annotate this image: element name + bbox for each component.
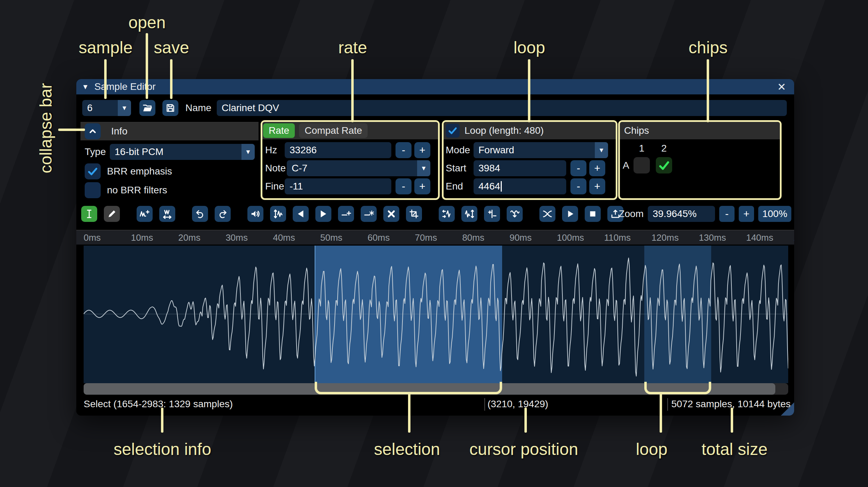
chevron-down-icon[interactable]: ▼ [595,142,608,158]
zoom-out-button[interactable]: - [719,206,735,222]
open-sample-button[interactable] [139,100,155,116]
invert-button[interactable] [461,206,477,222]
resample-button[interactable] [159,206,175,222]
stop-button[interactable] [585,206,601,222]
annotation-line [408,394,410,433]
ruler-tick: 10ms [131,230,153,245]
loop-end-minus-button[interactable]: - [570,178,586,194]
ruler-tick: 120ms [652,230,679,245]
hz-label: Hz [265,142,277,158]
ruler-tick: 100ms [557,230,584,245]
loop-enable-checkbox[interactable] [446,124,460,138]
statusbar: Select (1654-2983: 1329 samples) (3210, … [76,395,794,416]
ruler-tick: 70ms [415,230,437,245]
loop-end-plus-button[interactable]: + [589,178,605,194]
loop-mode-select[interactable]: Forward ▼ [474,142,608,158]
loop-start-input[interactable]: 3984 [474,160,566,176]
hz-minus-button[interactable]: - [395,142,412,158]
amplify-button[interactable] [247,206,263,222]
reverse-button[interactable] [439,206,455,222]
resize-button[interactable] [137,206,153,222]
rate-tab[interactable]: Rate [263,123,295,138]
fade-out-button[interactable] [315,206,331,222]
fade-in-button[interactable] [293,206,309,222]
annotation-save-label: save [154,38,189,57]
crossfade-button[interactable] [539,206,555,222]
window-resize-handle[interactable] [781,402,794,416]
chevron-down-icon[interactable]: ▼ [241,144,255,160]
annotation-line [707,59,709,122]
save-sample-button[interactable] [162,100,178,116]
apply-silence-button[interactable] [361,206,377,222]
sample-toolbar [81,206,623,222]
info-panel: Info Type 16-bit PCM ▼ BRR emphasis no B… [80,122,259,198]
redo-button[interactable] [215,206,231,222]
zoom-reset-button[interactable]: 100% [758,206,791,222]
time-ruler: 0ms10ms20ms30ms40ms50ms60ms70ms80ms90ms1… [76,230,794,245]
wave-stretch-icon [162,209,172,219]
annotation-line [731,408,733,433]
insert-silence-button[interactable] [338,206,354,222]
chevron-down-icon[interactable]: ▼ [417,160,430,176]
annotation-chips-label: chips [689,38,728,57]
loop-start-plus-button[interactable]: + [589,160,605,176]
undo-button[interactable] [192,206,208,222]
select-tool-button[interactable] [81,206,97,222]
fine-plus-button[interactable]: + [414,178,430,194]
fine-minus-button[interactable]: - [395,178,412,194]
chevron-down-icon[interactable]: ▼ [118,100,131,116]
waveform-display[interactable] [84,246,788,383]
fine-input[interactable]: -11 [285,178,391,194]
window-collapse-icon[interactable]: ▼ [82,83,89,91]
plus-minus-icon [487,209,497,219]
close-icon[interactable]: ✕ [774,79,789,94]
compat-rate-tab[interactable]: Compat Rate [299,123,368,138]
ruler-tick: 30ms [225,230,248,245]
ruler-tick: 60ms [368,230,390,245]
annotation-loop-label: loop [514,38,545,57]
collapse-bar-button[interactable] [85,123,101,139]
rate-panel-header: Rate Compat Rate [262,122,438,139]
titlebar[interactable]: ▼ Sample Editor [76,79,794,94]
annotation-line [524,408,527,433]
loop-start-minus-button[interactable]: - [570,160,586,176]
annotation-line [351,59,354,122]
sample-editor-window: ▼ Sample Editor ✕ 6 ▼ Name Clar [76,79,794,416]
ruler-tick: 20ms [178,230,201,245]
name-label: Name [185,100,212,116]
chip-2-checkbox[interactable] [656,157,672,173]
ruler-tick: 150ms [793,230,794,245]
zoom-input[interactable]: 39.9645% [648,206,715,222]
folder-open-icon [142,103,153,113]
chip-row-label: A [623,157,629,173]
hz-plus-button[interactable]: + [414,142,430,158]
filter-button[interactable] [507,206,523,222]
name-input[interactable]: Clarinet DQV [217,100,787,116]
trim-button[interactable] [406,206,422,222]
status-divider [484,398,485,411]
triangle-right-icon [318,209,329,219]
chip-column-1: 1 [633,143,650,154]
annotation-line [170,59,172,99]
chips-panel: Chips 1 2 A [618,120,782,200]
hz-input[interactable]: 33286 [285,142,391,158]
mode-label: Mode [446,142,470,158]
ibeam-icon [84,209,94,219]
delete-button[interactable] [383,206,399,222]
zoom-in-button[interactable]: + [739,206,754,222]
chip-1-checkbox[interactable] [633,157,650,173]
note-label: Note [265,160,286,176]
no-brr-filters-checkbox[interactable] [85,182,101,198]
signflip-button[interactable] [484,206,500,222]
annotation-cursor-position-label: cursor position [469,440,578,459]
normalize-button[interactable] [270,206,286,222]
preview-button[interactable] [562,206,578,222]
sample-slot-select[interactable]: 6 ▼ [82,100,131,116]
speaker-icon [250,209,261,219]
note-select[interactable]: C-7 ▼ [287,160,430,176]
draw-tool-button[interactable] [104,206,120,222]
brr-emphasis-checkbox[interactable] [85,163,101,179]
ruler-tick: 80ms [462,230,484,245]
loop-end-input[interactable]: 4464 [474,178,566,194]
type-select[interactable]: 16-bit PCM ▼ [110,144,255,160]
